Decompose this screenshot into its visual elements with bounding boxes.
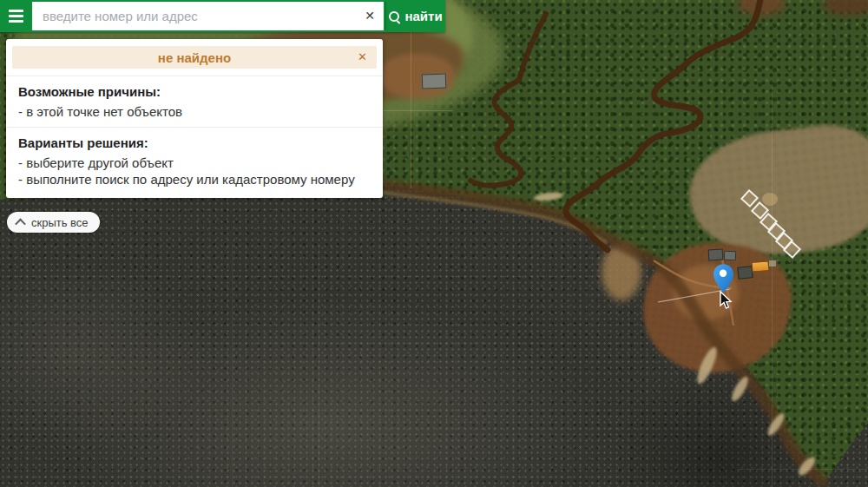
- map-pin-marker[interactable]: [713, 264, 733, 293]
- section-line: - выполните поиск по адресу или кадастро…: [18, 171, 371, 188]
- search-toolbar: ✕ найти: [0, 0, 445, 32]
- divider: [6, 127, 383, 128]
- panel-section-reasons: Возможные причины: - в этой точке нет об…: [18, 84, 371, 120]
- clear-search-icon[interactable]: ✕: [365, 9, 375, 23]
- find-button[interactable]: найти: [385, 2, 445, 30]
- section-line: - в этой точке нет объектов: [18, 103, 371, 120]
- mouse-cursor-icon: [720, 291, 733, 310]
- hamburger-icon: [9, 20, 23, 23]
- divider: [6, 76, 383, 76]
- magnifier-icon: [389, 11, 399, 22]
- hamburger-icon: [9, 10, 23, 12]
- chevron-up-icon: [15, 218, 26, 229]
- hide-all-label: скрыть все: [31, 216, 89, 229]
- panel-title: не найдено: [158, 50, 231, 65]
- find-button-label: найти: [404, 9, 442, 23]
- hamburger-icon: [9, 15, 23, 17]
- building-roof: [768, 260, 777, 267]
- building-roof: [422, 74, 447, 89]
- search-input[interactable]: [32, 2, 384, 30]
- building-roof: [737, 266, 753, 280]
- hide-all-button[interactable]: скрыть все: [7, 212, 100, 233]
- close-icon[interactable]: ✕: [358, 50, 367, 63]
- panel-header: не найдено ✕: [12, 46, 377, 69]
- section-heading: Возможные причины:: [18, 84, 371, 99]
- panel-section-solutions: Варианты решения: - выберите другой объе…: [18, 135, 371, 188]
- building-roof: [724, 251, 736, 260]
- section-heading: Варианты решения:: [18, 135, 371, 150]
- hamburger-menu-button[interactable]: [0, 0, 32, 32]
- search-field-wrap: ✕: [32, 2, 384, 30]
- not-found-panel: не найдено ✕ Возможные причины: - в этой…: [6, 39, 383, 198]
- orange-roof-building: [752, 260, 770, 272]
- section-line: - выберите другой объект: [18, 155, 371, 171]
- building-roof: [708, 249, 724, 261]
